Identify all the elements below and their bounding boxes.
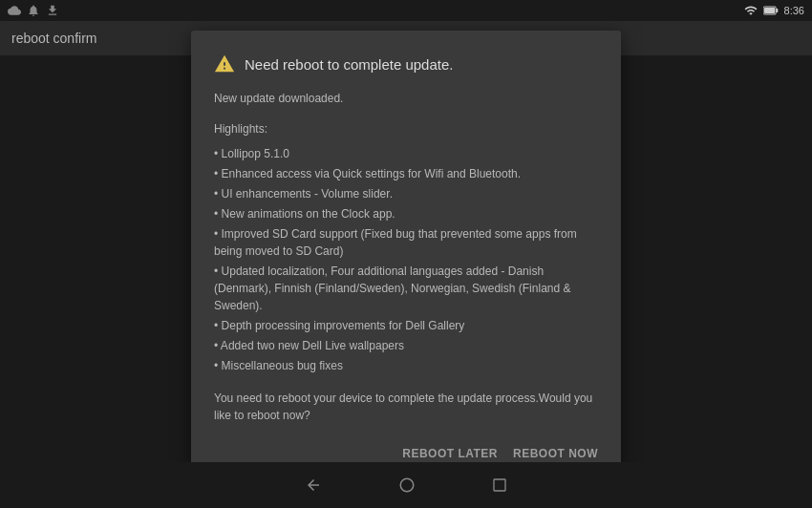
highlight-item: • Lollipop 5.1.0 <box>214 145 598 162</box>
download-icon <box>46 4 59 17</box>
highlight-item: • Enhanced access via Quick settings for… <box>214 165 598 182</box>
status-bar: 8:36 <box>0 0 812 21</box>
back-icon <box>305 476 322 494</box>
status-bar-left <box>8 4 59 17</box>
dialog-actions: REBOOT LATER REBOOT NOW <box>214 443 598 464</box>
update-downloaded-text: New update downloaded. <box>214 90 598 107</box>
highlight-item: • Improved SD Card support (Fixed bug th… <box>214 225 598 260</box>
nav-bar <box>0 462 812 508</box>
svg-rect-4 <box>494 479 505 491</box>
highlights-list: • Lollipop 5.1.0• Enhanced access via Qu… <box>214 145 598 374</box>
svg-rect-1 <box>776 9 778 12</box>
time-display: 8:36 <box>784 5 804 16</box>
dialog-header: Need reboot to complete update. <box>214 53 598 74</box>
cloud-icon <box>8 4 21 17</box>
page-title: reboot confirm <box>11 31 96 46</box>
svg-point-3 <box>400 478 414 492</box>
highlight-item: • Miscellaneous bug fixes <box>214 357 598 374</box>
reboot-dialog: Need reboot to complete update. New upda… <box>191 31 621 487</box>
status-bar-right: 8:36 <box>744 4 804 17</box>
svg-rect-2 <box>764 8 775 13</box>
recents-icon <box>492 477 507 493</box>
recents-button[interactable] <box>492 477 507 493</box>
highlight-item: • New animations on the Clock app. <box>214 205 598 222</box>
dialog-title: Need reboot to complete update. <box>245 56 453 73</box>
warning-icon <box>214 53 235 74</box>
highlight-item: • Depth processing improvements for Dell… <box>214 317 598 334</box>
highlight-item: • UI enhancements - Volume slider. <box>214 185 598 202</box>
notification-icon <box>27 4 40 17</box>
home-button[interactable] <box>398 476 416 494</box>
highlight-item: • Updated localization, Four additional … <box>214 263 598 314</box>
reboot-question-text: You need to reboot your device to comple… <box>214 390 598 424</box>
main-content: Need reboot to complete update. New upda… <box>0 55 812 462</box>
home-icon <box>398 476 416 494</box>
reboot-later-button[interactable]: REBOOT LATER <box>402 443 498 464</box>
back-button[interactable] <box>305 476 322 494</box>
highlight-item: • Added two new Dell Live wallpapers <box>214 337 598 354</box>
wifi-icon <box>744 4 758 17</box>
reboot-now-button[interactable]: REBOOT NOW <box>513 443 598 464</box>
highlights-label: Highlights: <box>214 120 598 138</box>
battery-icon <box>763 5 779 16</box>
dialog-body: New update downloaded. Highlights: • Lol… <box>214 90 598 424</box>
